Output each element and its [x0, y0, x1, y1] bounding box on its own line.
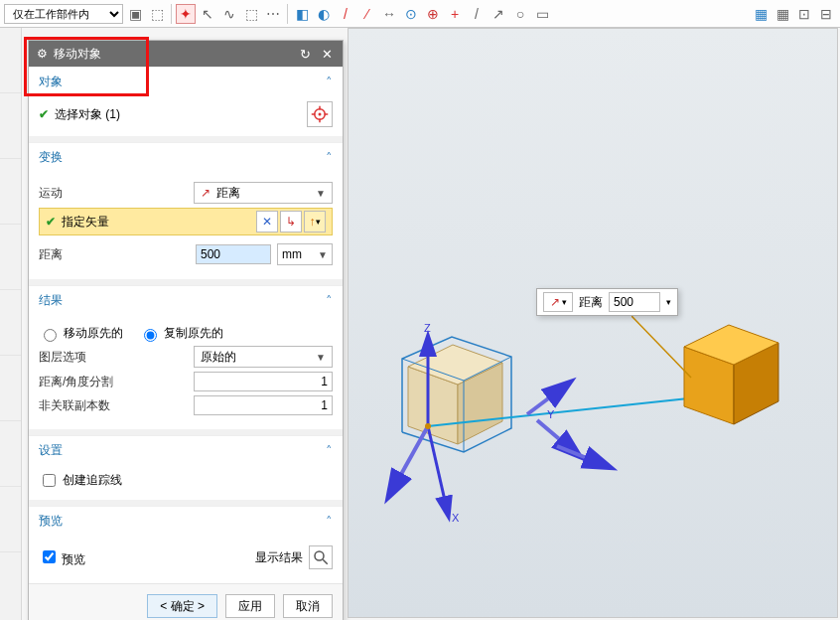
left-rail: [0, 28, 22, 620]
svg-line-24: [557, 446, 607, 466]
float-distance-input[interactable]: [609, 292, 660, 312]
move-object-panel: ⚙ 移动对象 ↻ ✕ 对象 ˄ ✔ 选择对象 (1) 变换 ˄: [28, 40, 344, 620]
check-icon: ✔: [39, 107, 49, 121]
scene-graphic: Z Y X: [349, 29, 838, 618]
section-result-label: 结果: [39, 292, 63, 309]
motion-label: 运动: [39, 185, 188, 202]
toolbar-icon[interactable]: ▭: [532, 4, 552, 24]
toolbar-icon[interactable]: ⬚: [241, 4, 261, 24]
check-icon: ✔: [46, 215, 56, 229]
show-result-label: 显示结果: [255, 549, 303, 566]
panel-title: 移动对象: [54, 46, 291, 63]
vector-infer-button[interactable]: ↳: [280, 211, 302, 232]
floating-distance-control[interactable]: ↗ ▾ 距离 ▾: [536, 288, 678, 316]
select-object-label: 选择对象 (1): [55, 106, 120, 123]
toolbar-icon[interactable]: ↔: [379, 4, 399, 24]
section-preview-header[interactable]: 预览 ˄: [29, 507, 343, 536]
create-trace-checkbox[interactable]: 创建追踪线: [39, 471, 333, 490]
toolbar-icon[interactable]: ▦: [772, 4, 792, 24]
toolbar-icon[interactable]: ⊕: [423, 4, 443, 24]
toolbar-icon[interactable]: ✦: [176, 4, 196, 24]
toolbar-icon[interactable]: ⊙: [401, 4, 421, 24]
gear-icon: ⚙: [37, 47, 48, 61]
section-object-label: 对象: [39, 74, 63, 90]
layer-option-value: 原始的: [201, 349, 236, 366]
cancel-button[interactable]: 取消: [283, 594, 333, 618]
section-result-header[interactable]: 结果 ˄: [29, 286, 343, 315]
apply-button[interactable]: 应用: [225, 594, 275, 618]
svg-point-1: [319, 113, 322, 116]
chevron-down-icon: ▼: [318, 249, 328, 260]
toolbar-icon[interactable]: ◧: [292, 4, 312, 24]
chevron-down-icon: ▾: [562, 297, 567, 307]
section-settings-header[interactable]: 设置 ˄: [29, 436, 343, 465]
arrow-icon: ↗: [550, 295, 560, 309]
svg-text:X: X: [452, 512, 460, 524]
svg-line-7: [323, 559, 328, 564]
specify-vector-label: 指定矢量: [62, 214, 109, 231]
svg-text:Z: Z: [424, 322, 431, 334]
svg-point-6: [315, 551, 324, 560]
float-motion-dropdown[interactable]: ↗ ▾: [543, 292, 573, 312]
chevron-down-icon: ▾: [666, 297, 671, 307]
preview-checkbox[interactable]: 预览: [39, 547, 85, 568]
nonassoc-copies-input[interactable]: [194, 395, 333, 415]
select-object-button[interactable]: [307, 101, 333, 127]
toolbar-icon[interactable]: ◐: [314, 4, 334, 24]
toolbar-icon[interactable]: +: [445, 4, 465, 24]
section-settings-label: 设置: [39, 442, 63, 459]
svg-text:Y: Y: [547, 408, 555, 420]
chevron-up-icon: ˄: [326, 75, 333, 89]
toolbar-icon[interactable]: ↖: [198, 4, 217, 24]
distance-angle-split-input[interactable]: [194, 372, 333, 391]
show-result-button[interactable]: [309, 545, 333, 569]
chevron-up-icon: ˄: [326, 514, 333, 529]
float-distance-label: 距离: [579, 294, 603, 311]
svg-line-21: [390, 426, 428, 494]
toolbar-icon[interactable]: ▣: [125, 4, 145, 24]
toolbar-icon[interactable]: ⋯: [263, 4, 283, 24]
section-object-header[interactable]: 对象 ˄: [29, 68, 343, 96]
vector-axis-dropdown[interactable]: ↑▾: [304, 211, 326, 232]
ok-button[interactable]: < 确定 >: [147, 594, 217, 618]
distance-label: 距离: [39, 246, 190, 263]
toolbar-icon[interactable]: ⬚: [147, 4, 167, 24]
toolbar-icon[interactable]: ∿: [219, 4, 239, 24]
specify-vector-row[interactable]: ✔ 指定矢量 ✕ ↳ ↑▾: [39, 208, 333, 235]
distance-angle-split-label: 距离/角度分割: [39, 374, 188, 390]
panel-action-bar: < 确定 > 应用 取消: [29, 583, 343, 620]
arrow-icon: ↗: [201, 186, 210, 200]
chevron-up-icon: ˄: [326, 150, 333, 165]
section-transform-header[interactable]: 变换 ˄: [29, 143, 343, 172]
refresh-icon[interactable]: ↻: [297, 47, 313, 62]
toolbar-icon[interactable]: /: [467, 4, 487, 24]
chevron-up-icon: ˄: [326, 443, 333, 458]
copy-original-radio[interactable]: 复制原先的: [139, 325, 223, 342]
viewport-3d[interactable]: Z Y X: [348, 28, 838, 618]
chevron-up-icon: ˄: [326, 293, 333, 308]
toolbar-icon[interactable]: ⁄: [357, 4, 377, 24]
layer-option-dropdown[interactable]: 原始的 ▼: [194, 346, 333, 368]
layer-option-label: 图层选项: [39, 349, 188, 366]
svg-line-22: [537, 420, 577, 454]
chevron-down-icon: ▼: [316, 352, 326, 363]
move-original-radio[interactable]: 移动原先的: [39, 325, 123, 342]
distance-unit: mm: [282, 247, 302, 261]
toolbar-icon[interactable]: ▦: [751, 4, 770, 24]
distance-input[interactable]: [196, 244, 271, 264]
close-icon[interactable]: ✕: [319, 47, 335, 62]
toolbar-icon[interactable]: ↗: [489, 4, 508, 24]
panel-header[interactable]: ⚙ 移动对象 ↻ ✕: [29, 41, 343, 67]
toolbar-icon[interactable]: ⊟: [816, 4, 836, 24]
section-transform-label: 变换: [39, 149, 63, 166]
vector-two-points-button[interactable]: ✕: [256, 211, 278, 232]
selection-filter-dropdown[interactable]: 仅在工作部件内: [4, 4, 123, 24]
toolbar-icon[interactable]: ⊡: [794, 4, 814, 24]
section-preview-label: 预览: [39, 513, 63, 530]
toolbar-icon[interactable]: /: [336, 4, 355, 24]
chevron-down-icon: ▼: [316, 188, 326, 199]
motion-dropdown[interactable]: ↗ 距离 ▼: [194, 182, 333, 204]
svg-point-25: [425, 423, 431, 429]
distance-unit-dropdown[interactable]: mm ▼: [277, 243, 333, 265]
toolbar-icon[interactable]: ○: [510, 4, 530, 24]
